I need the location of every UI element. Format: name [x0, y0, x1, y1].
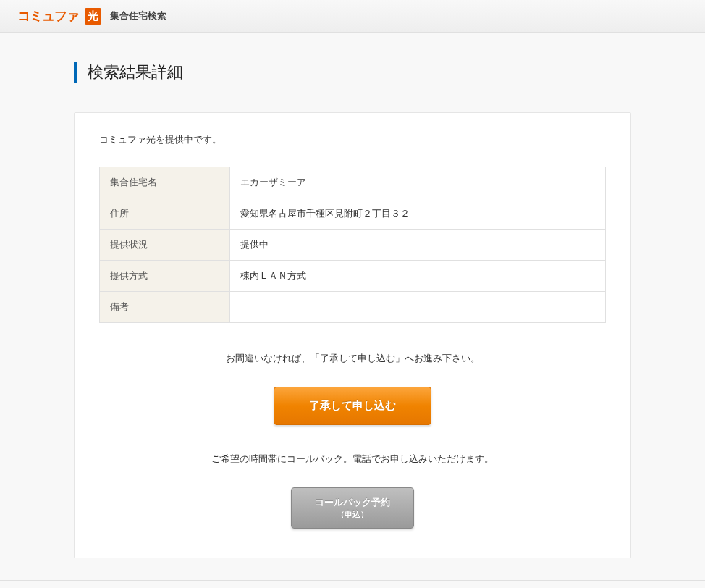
- instruction-callback: ご希望の時間帯にコールバック。電話でお申し込みいただけます。: [99, 453, 606, 466]
- logo-hikari-icon: 光: [85, 8, 101, 25]
- callback-button-main: コールバック予約: [315, 497, 390, 508]
- table-label: 住所: [100, 198, 230, 230]
- accept-apply-button[interactable]: 了承して申し込む: [274, 387, 431, 425]
- table-row: 集合住宅名 エカーザミーア: [100, 167, 606, 198]
- header-subtitle: 集合住宅検索: [110, 9, 166, 22]
- page-title: 検索結果詳細: [88, 62, 183, 83]
- instruction-accept: お間違いなければ、「了承して申し込む」へお進み下さい。: [99, 352, 606, 365]
- content-card: コミュファ光を提供中です。 集合住宅名 エカーザミーア 住所 愛知県名古屋市千種…: [74, 112, 631, 558]
- table-row: 提供方式 棟内ＬＡＮ方式: [100, 261, 606, 292]
- table-row: 備考: [100, 292, 606, 323]
- table-label: 提供状況: [100, 230, 230, 261]
- table-value: 愛知県名古屋市千種区見附町２丁目３２: [230, 198, 606, 230]
- table-row: 提供状況 提供中: [100, 230, 606, 261]
- table-label: 集合住宅名: [100, 167, 230, 198]
- logo-brand-text: コミュファ: [17, 7, 79, 25]
- intro-text: コミュファ光を提供中です。: [99, 133, 606, 146]
- footer: ctc 中部テレコミュニケーション株式会社 COPYRIGHT©CHUBU TE…: [0, 580, 705, 588]
- table-value: 提供中: [230, 230, 606, 261]
- table-value: [230, 292, 606, 323]
- callback-reserve-button[interactable]: コールバック予約 （申込）: [291, 487, 414, 529]
- table-label: 提供方式: [100, 261, 230, 292]
- table-value: 棟内ＬＡＮ方式: [230, 261, 606, 292]
- detail-table: 集合住宅名 エカーザミーア 住所 愛知県名古屋市千種区見附町２丁目３２ 提供状況…: [99, 167, 606, 323]
- title-accent-bar: [74, 62, 77, 83]
- table-value: エカーザミーア: [230, 167, 606, 198]
- table-row: 住所 愛知県名古屋市千種区見附町２丁目３２: [100, 198, 606, 230]
- header-bar: コミュファ 光 集合住宅検索: [0, 0, 705, 33]
- table-label: 備考: [100, 292, 230, 323]
- callback-button-sub: （申込）: [315, 509, 390, 519]
- page-title-wrap: 検索結果詳細: [74, 62, 688, 83]
